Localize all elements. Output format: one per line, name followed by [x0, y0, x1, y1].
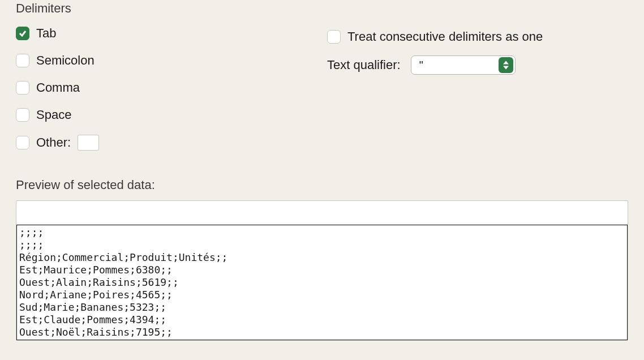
svg-marker-0: [503, 61, 509, 65]
tab-checkbox[interactable]: [16, 27, 29, 40]
preview-container: ;;;; ;;;; Région;Commercial;Produit;Unit…: [16, 200, 628, 341]
text-qualifier-row: Text qualifier: ": [327, 55, 543, 75]
space-label: Space: [36, 108, 71, 122]
space-checkbox[interactable]: [16, 108, 29, 122]
stepper-icon: [499, 57, 513, 73]
svg-marker-1: [503, 66, 509, 70]
space-row: Space: [16, 108, 304, 122]
treat-consecutive-row: Treat consecutive delimiters as one: [327, 29, 543, 44]
text-qualifier-value: ": [419, 59, 499, 72]
treat-consecutive-label: Treat consecutive delimiters as one: [347, 29, 543, 44]
comma-checkbox[interactable]: [16, 81, 29, 95]
other-label: Other:: [36, 135, 71, 150]
delimiters-heading: Delimiters: [16, 1, 628, 16]
tab-row: Tab: [16, 26, 304, 41]
preview-column-header: [16, 201, 628, 225]
semicolon-row: Semicolon: [16, 53, 304, 68]
other-row: Other:: [16, 135, 304, 151]
text-qualifier-select[interactable]: ": [411, 55, 516, 75]
preview-heading: Preview of selected data:: [16, 178, 628, 192]
semicolon-label: Semicolon: [36, 53, 95, 68]
tab-label: Tab: [36, 26, 56, 41]
other-checkbox[interactable]: [16, 136, 29, 149]
treat-consecutive-checkbox[interactable]: [327, 30, 341, 44]
comma-row: Comma: [16, 80, 304, 95]
semicolon-checkbox[interactable]: [16, 54, 29, 67]
preview-body: ;;;; ;;;; Région;Commercial;Produit;Unit…: [16, 225, 628, 340]
other-input[interactable]: [78, 135, 99, 151]
text-qualifier-label: Text qualifier:: [327, 58, 401, 72]
comma-label: Comma: [36, 80, 80, 95]
